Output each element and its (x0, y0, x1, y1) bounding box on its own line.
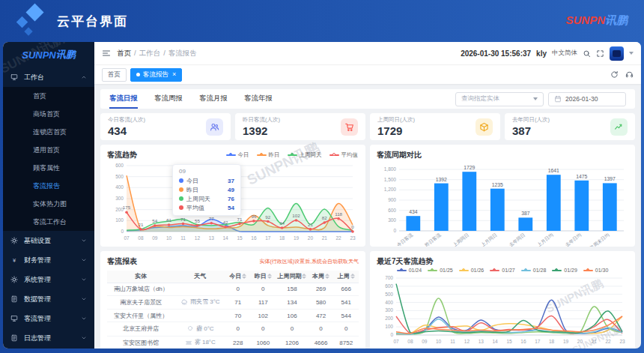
monitor-icon (10, 315, 20, 322)
sidebar-section-label: 客流管理 (24, 314, 81, 324)
headset-icon[interactable] (625, 70, 634, 79)
legend-item-今日[interactable]: 今日 (226, 151, 249, 159)
username[interactable]: kly (536, 49, 547, 58)
date-picker[interactable]: 2026-01-30 (548, 92, 626, 106)
svg-text:23: 23 (619, 339, 625, 344)
tooltip-row: 上周同天76 (179, 194, 234, 203)
sort-carets-icon[interactable] (350, 274, 355, 279)
refresh-icon[interactable] (610, 70, 619, 79)
svg-text:0: 0 (393, 228, 396, 233)
legend-item-01/25[interactable]: 01/25 (428, 268, 453, 273)
sort-carets-icon[interactable] (267, 274, 272, 279)
entity-select[interactable]: 查询指定实体 (455, 92, 544, 106)
sidebar-submenu-item-商场首页[interactable]: 商场首页 (3, 105, 94, 123)
legend-item-01/29[interactable]: 01/29 (552, 268, 577, 273)
value-cell: 0 (225, 283, 251, 295)
svg-text:09: 09 (422, 339, 428, 344)
main-area: 首页/工作台/客流报告 2026-01-30 15:56:37 kly 中文简体… (94, 42, 641, 349)
sidebar-submenu-item-连锁店首页[interactable]: 连锁店首页 (3, 123, 94, 141)
avatar-caret-icon[interactable] (629, 52, 634, 55)
value-cell: 228 (225, 336, 251, 349)
svg-text:434: 434 (409, 209, 418, 214)
value-cell: 0 (309, 322, 334, 337)
sort-carets-icon[interactable] (242, 274, 246, 279)
report-subtabs: 客流日报客流周报客流月报客流年报 查询指定实体 2026-01-30 (100, 89, 635, 109)
sort-carets-icon[interactable] (325, 274, 329, 279)
svg-text:11: 11 (180, 235, 186, 241)
sidebar-submenu-item-实体热力图[interactable]: 实体热力图 (3, 195, 94, 213)
sidebar-section-系统管理[interactable]: 系统管理 (3, 270, 94, 289)
sort-carets-icon[interactable] (302, 274, 306, 279)
chart-tooltip: 09 今日37昨日49上周同天76平均值54 (172, 164, 241, 216)
language-switcher[interactable]: 中文简体 (552, 49, 577, 58)
subtab-客流月报[interactable]: 客流月报 (199, 89, 228, 109)
svg-text:13: 13 (209, 235, 215, 241)
chevron-down-icon (81, 257, 87, 263)
legend-item-上周同天[interactable]: 上周同天 (288, 151, 322, 159)
breadcrumb-home[interactable]: 首页 (117, 49, 131, 57)
top-navbar: 首页/工作台/客流报告 2026-01-30 15:56:37 kly 中文简体 (94, 42, 641, 64)
table-header-昨日[interactable]: 昨日 (251, 271, 276, 283)
svg-text:09: 09 (152, 235, 158, 241)
table-header-上周[interactable]: 上周 (333, 271, 359, 283)
sidebar-section-客流管理[interactable]: 客流管理 (3, 309, 94, 328)
sidebar-submenu-item-通用首页[interactable]: 通用首页 (3, 141, 94, 159)
table-header-今日[interactable]: 今日 (225, 271, 251, 283)
tooltip-row: 平均值54 (179, 203, 234, 212)
week-chart: 0100200300400500600700070809101112131415… (377, 273, 628, 345)
svg-text:118: 118 (335, 211, 342, 217)
tab-home[interactable]: 首页 (102, 68, 127, 82)
legend-item-01/30[interactable]: 01/30 (583, 268, 609, 273)
svg-text:600: 600 (115, 163, 124, 168)
sidebar-item-label: 工作台 (24, 73, 81, 82)
table-header-实体: 实体 (107, 271, 175, 283)
value-cell: 8752 (333, 336, 359, 349)
legend-item-01/28[interactable]: 01/28 (521, 268, 547, 273)
avatar[interactable] (610, 46, 624, 61)
table-header-本周[interactable]: 本周 (309, 271, 334, 283)
breadcrumb-workbench[interactable]: 工作台 (139, 49, 161, 57)
subtab-客流年报[interactable]: 客流年报 (244, 89, 273, 109)
legend-item-01/24[interactable]: 01/24 (397, 268, 422, 273)
svg-text:上周同日: 上周同日 (452, 232, 470, 247)
svg-text:去年同日: 去年同日 (508, 232, 526, 247)
chevron-down-icon (81, 316, 87, 322)
compare-chart-card: 客流同期对比 03006009001,2001,5001,800434今日客流1… (370, 145, 635, 247)
sidebar-submenu-item-客流报告[interactable]: 客流报告 (3, 177, 94, 195)
sidebar-section-基础设置[interactable]: 基础设置 (3, 231, 94, 250)
sidebar-section-日志管理[interactable]: 日志管理 (3, 328, 94, 348)
svg-text:100: 100 (115, 217, 124, 223)
tab-passenger-report[interactable]: 客流报告× (130, 68, 182, 82)
value-cell: 580 (309, 295, 334, 310)
legend-item-01/27[interactable]: 01/27 (490, 268, 515, 273)
svg-text:300: 300 (115, 196, 124, 201)
svg-text:15: 15 (506, 339, 512, 344)
subtab-客流周报[interactable]: 客流周报 (154, 89, 183, 109)
svg-text:12: 12 (195, 235, 201, 241)
sidebar-section-财务管理[interactable]: ¥ 财务管理 (3, 250, 94, 270)
sidebar-item-workbench[interactable]: 工作台 (3, 67, 94, 87)
entity-cell: 宝安大仟里（属性） (107, 310, 175, 322)
close-tab-icon[interactable]: × (172, 71, 176, 78)
collapse-sidebar-button[interactable] (102, 49, 111, 58)
sidebar-submenu-item-客流工作台[interactable]: 客流工作台 (3, 213, 94, 231)
sidebar-submenu-item-首页[interactable]: 首页 (3, 87, 94, 105)
table-header-上周同期[interactable]: 上周同期 (276, 271, 309, 283)
search-icon[interactable] (583, 49, 591, 58)
week-chart-card: 最近7天客流趋势 01/2401/2501/2601/2701/2801/290… (370, 251, 635, 349)
legend-item-平均值[interactable]: 平均值 (329, 151, 359, 159)
sidebar-section-数据管理[interactable]: 数据管理 (3, 289, 94, 309)
svg-text:12: 12 (464, 339, 470, 344)
sidebar-logo-xunpeng: 讯鹏 (56, 48, 76, 61)
legend-item-昨日[interactable]: 昨日 (257, 151, 280, 159)
svg-text:92: 92 (265, 214, 270, 220)
sidebar-submenu-item-顾客属性[interactable]: 顾客属性 (3, 159, 94, 177)
legend-item-01/26[interactable]: 01/26 (459, 268, 484, 273)
caret-down-icon (533, 97, 538, 100)
subtab-客流日报[interactable]: 客流日报 (109, 89, 138, 109)
svg-text:07: 07 (393, 339, 399, 344)
entity-cell: 北京王府井店 (107, 322, 175, 337)
fullscreen-icon[interactable] (596, 49, 604, 58)
svg-text:08: 08 (138, 235, 144, 241)
svg-text:71: 71 (237, 217, 243, 222)
